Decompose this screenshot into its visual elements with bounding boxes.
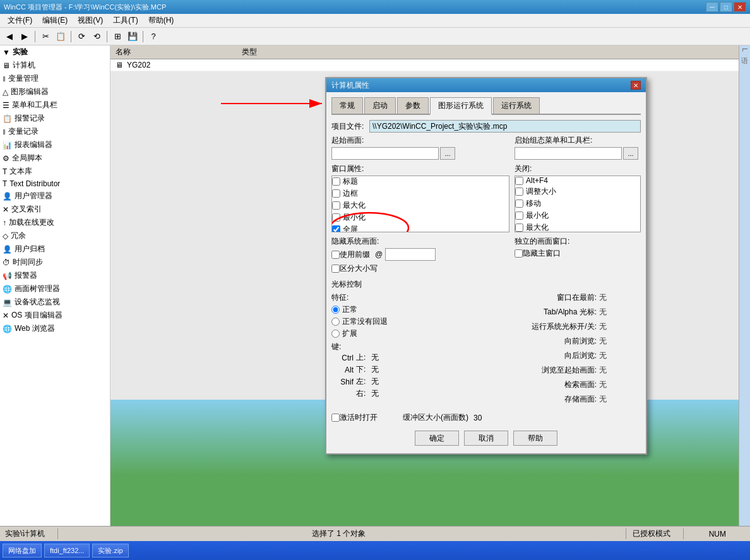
menu-edit[interactable]: 编辑(E) [37,14,73,27]
checkbox-fullscreen-input[interactable] [332,225,340,232]
sidebar-item-text-library[interactable]: T 文本库 [0,165,110,178]
checkbox-title-input[interactable] [332,177,340,186]
report-icon: 📊 [3,141,12,150]
activate-checkbox[interactable] [331,414,340,422]
menu-file[interactable]: 文件(F) [3,14,37,27]
radio-normal-no-return-input[interactable] [331,318,340,326]
project-file-label: 项目文件: [331,121,369,132]
store-screen-val: 无 [599,394,607,405]
toolbar-btn4[interactable]: ⟲ [90,30,104,44]
toolbar-back[interactable]: ◀ [3,30,16,44]
cancel-button[interactable]: 取消 [464,431,508,446]
sidebar-item-user-archive[interactable]: 👤 用户归档 [0,242,110,256]
start-screen-browse-button[interactable]: ... [440,147,455,160]
taskbar-item-2[interactable]: 实验.zip [92,544,128,557]
tab-startup[interactable]: 启动 [364,97,396,114]
window-props-scroll[interactable]: 标题 边框 最大化 最小化 [331,176,509,232]
browse-start-label: 浏览至起始画面: [515,365,597,376]
archive-icon: 👤 [3,245,12,254]
startup-menu-input[interactable] [515,147,622,160]
sidebar-item-os-editor[interactable]: ✕ OS 项目编辑器 [0,309,110,322]
menu-help[interactable]: 帮助(H) [143,14,179,27]
sidebar-item-graphic-editor[interactable]: △ 图形编辑器 [0,85,110,98]
content-row-yg202[interactable]: 🖥 YG202 [110,59,739,71]
tab-runtime[interactable]: 运行系统 [493,97,540,114]
hide-main-label: 隐藏主窗口 [523,248,561,259]
toolbar-save[interactable]: 💾 [126,30,140,44]
radio-normal-input[interactable] [331,306,340,314]
checkbox-border: 边框 [332,188,509,199]
alt-down-label: 下: [356,364,369,375]
right-label-key: 右: [356,388,369,399]
checkbox-close-minimize-input[interactable] [515,211,523,220]
checkbox-maximize-input[interactable] [332,201,340,210]
minimize-button[interactable]: ─ [706,2,718,12]
sidebar-item-screen-tree[interactable]: 🌐 画面树管理器 [0,282,110,295]
sidebar-item-redundancy[interactable]: ◇ 冗余 [0,229,110,242]
sidebar-item-device-monitor[interactable]: 💻 设备状态监视 [0,295,110,309]
project-file-input[interactable] [369,120,641,133]
sidebar-item-report-editor[interactable]: 📊 报表编辑器 [0,138,110,152]
sidebar-item-alarm[interactable]: 📢 报警器 [0,269,110,282]
key-ctrl-row: Ctrl 上: 无 [331,352,509,363]
sidebar-item-variable-management[interactable]: ⦀ 变量管理 [0,72,110,85]
help-button[interactable]: 帮助 [513,431,557,446]
use-prefix-checkbox[interactable] [331,251,340,259]
tab-params[interactable]: 参数 [397,97,429,114]
toolbar-copy[interactable]: 📋 [54,30,68,44]
start-screen-input[interactable] [331,147,439,160]
title-bar-buttons: ─ □ ✕ [706,2,746,12]
runtime-switch-val: 无 [599,321,607,332]
key-table: Ctrl 上: 无 Alt 下: 无 [331,352,509,399]
toolbar-forward[interactable]: ▶ [18,30,32,44]
varlog-icon: ⦀ [3,128,6,136]
tab-alpha-label: Tab/Alpha 光标: [515,307,597,318]
sidebar-item-global-script[interactable]: ⚙ 全局脚本 [0,152,110,165]
dialog-close-button[interactable]: ✕ [631,81,641,90]
toolbar-grid[interactable]: ⊞ [110,30,124,44]
sidebar-item-load-online[interactable]: ↑ 加载在线更改 [0,216,110,229]
toolbar-help[interactable]: ? [146,30,160,44]
checkbox-move-input[interactable] [515,200,523,208]
sidebar-item-variable-log[interactable]: ⦀ 变量记录 [0,125,110,138]
dialog-buttons-row: 确定 取消 帮助 [331,426,641,448]
tab-alpha-row: Tab/Alpha 光标: 无 [515,307,641,318]
prefix-input[interactable] [385,248,436,261]
taskbar-item-0[interactable]: 网络盘加 [3,544,42,557]
sidebar-item-web-browser[interactable]: 🌐 Web 浏览器 [0,322,110,335]
checkbox-altf4-input[interactable] [515,177,523,185]
ctrl-up-val: 无 [371,352,379,363]
script-icon: ⚙ [3,154,9,163]
toolbar-cut[interactable]: ✂ [39,30,52,44]
window-close-button[interactable]: ✕ [734,2,746,12]
window-props-title: 窗口属性: [331,164,509,174]
checkbox-minimize-input[interactable] [332,213,340,222]
tab-graphics-runtime[interactable]: 图形运行系统 [430,97,492,115]
case-sensitive-checkbox[interactable] [331,265,340,273]
sidebar-item-cross-reference[interactable]: ✕ 交叉索引 [0,203,110,216]
right-val: 无 [371,388,379,399]
startup-menu-browse-button[interactable]: ... [623,147,638,160]
key-shif-left-row: Shif 左: 无 [331,376,509,387]
checkbox-resize-input[interactable] [515,188,523,196]
search-screen-row: 检索画面: 无 [515,379,641,390]
col-type-header: 类型 [237,47,739,57]
radio-extend-input[interactable] [331,330,340,338]
sidebar-item-time-sync[interactable]: ⏱ 时间同步 [0,256,110,269]
sidebar-item-alarm-log[interactable]: 📋 报警记录 [0,112,110,125]
checkbox-close-maximize-input[interactable] [515,223,523,232]
close-scroll[interactable]: Alt+F4 调整大小 移动 最小化 [515,176,641,232]
maximize-button[interactable]: □ [720,2,732,12]
sidebar-item-user-manager[interactable]: 👤 用户管理器 [0,189,110,203]
hide-main-checkbox[interactable] [515,249,523,258]
sidebar-item-computer[interactable]: 🖥 计算机 [0,59,110,72]
sidebar-item-text-distributor[interactable]: T Text Distributor [0,178,110,189]
toolbar-btn3[interactable]: ⟳ [74,30,88,44]
menu-view[interactable]: 视图(V) [73,14,108,27]
sidebar-item-menu-toolbar[interactable]: ☰ 菜单和工具栏 [0,98,110,112]
tab-general[interactable]: 常规 [331,97,363,114]
checkbox-border-input[interactable] [332,189,340,198]
ok-button[interactable]: 确定 [415,431,459,446]
taskbar-item-1[interactable]: ftdi_ft232... [44,544,90,557]
menu-tools[interactable]: 工具(T) [108,14,143,27]
